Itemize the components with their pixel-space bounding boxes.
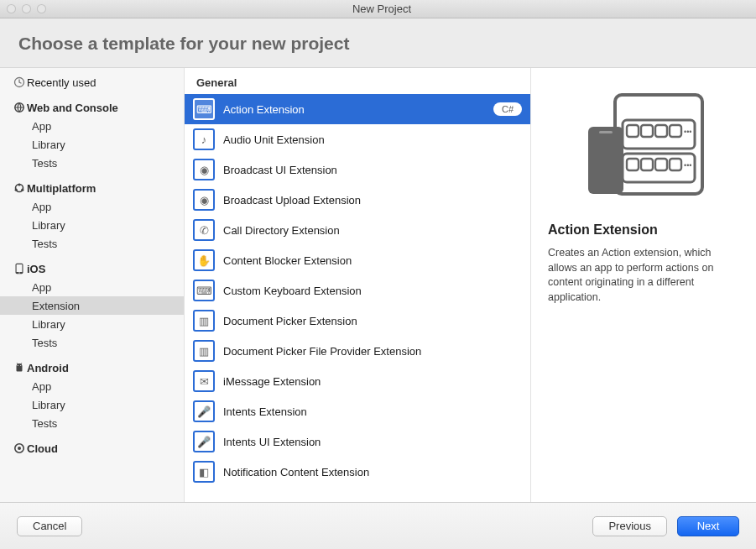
template-list: ⌨Action ExtensionC#♪Audio Unit Extension… (185, 94, 530, 502)
detail-description: Creates an Action extension, which allow… (548, 246, 739, 305)
template-name: Intents Extension (223, 405, 522, 418)
template-name: Custom Keyboard Extension (223, 285, 522, 297)
sidebar-group[interactable]: Web and Console (0, 98, 184, 117)
svg-rect-28 (588, 127, 623, 194)
template-icon: ◉ (193, 189, 215, 211)
svg-point-14 (18, 447, 21, 450)
sidebar-group[interactable]: Android (0, 358, 184, 377)
template-item[interactable]: 🎤Intents Extension (185, 396, 530, 426)
template-name: Intents UI Extension (223, 436, 522, 448)
sidebar-group-label: Multiplatform (27, 182, 96, 195)
action-extension-illustration-icon: ••• ••• (576, 90, 711, 199)
sidebar-group-label: Cloud (27, 442, 58, 455)
svg-rect-21 (670, 125, 681, 137)
detail-title: Action Extension (548, 222, 739, 238)
sidebar-item-label: Tests (32, 337, 57, 349)
sidebar-item-label: Tests (32, 417, 57, 430)
cancel-button[interactable]: Cancel (17, 516, 82, 536)
sidebar-item[interactable]: Tests (0, 414, 184, 432)
template-icon: ▥ (193, 310, 215, 332)
sidebar-item-label: Extension (32, 300, 80, 312)
page-title: Choose a template for your new project (18, 34, 738, 54)
sidebar-item[interactable]: App (0, 377, 184, 395)
svg-text:•••: ••• (684, 161, 691, 170)
template-item[interactable]: ◉Broadcast Upload Extension (185, 185, 530, 215)
detail-preview: ••• ••• (548, 90, 739, 199)
template-item[interactable]: ♪Audio Unit Extension (185, 124, 530, 154)
template-item[interactable]: ⌨Custom Keyboard Extension (185, 275, 530, 306)
sidebar-item[interactable]: Extension (0, 296, 184, 315)
sidebar-item-label: App (32, 380, 51, 393)
sidebar-group[interactable]: Multiplatform (0, 179, 184, 197)
template-name: Broadcast Upload Extension (223, 194, 522, 207)
sidebar-item-label: App (32, 120, 51, 133)
template-item[interactable]: ⌨Action ExtensionC# (185, 94, 530, 124)
sidebar-item[interactable]: Library (0, 315, 184, 333)
window-title: New Project (14, 3, 749, 15)
multiplatform-icon (12, 182, 27, 194)
svg-rect-19 (641, 125, 653, 137)
template-icon: ⌨ (193, 280, 215, 301)
sidebar-recently-used[interactable]: Recently used (0, 73, 184, 92)
template-item[interactable]: ▥Document Picker File Provider Extension (185, 336, 530, 366)
svg-point-4 (15, 189, 18, 191)
sidebar-item[interactable]: Tests (0, 154, 184, 172)
dialog-header: Choose a template for your new project (0, 18, 756, 65)
sidebar-group[interactable]: Cloud (0, 439, 184, 458)
sidebar-item[interactable]: Tests (0, 234, 184, 253)
svg-line-12 (21, 363, 22, 365)
sidebar-item[interactable]: App (0, 197, 184, 216)
sidebar-item[interactable]: Tests (0, 333, 184, 352)
svg-point-8 (18, 272, 19, 273)
cloud-icon (12, 442, 27, 454)
sidebar-group[interactable]: iOS (0, 259, 184, 278)
svg-rect-7 (17, 264, 23, 272)
template-icon: ▥ (193, 340, 215, 362)
template-name: Action Extension (223, 103, 485, 116)
sidebar-item[interactable]: Library (0, 216, 184, 234)
template-name: iMessage Extension (223, 375, 522, 388)
template-item[interactable]: ▥Document Picker Extension (185, 306, 530, 336)
clock-icon (12, 76, 27, 88)
svg-point-10 (20, 365, 21, 366)
template-icon: ✉ (193, 370, 215, 392)
sidebar-item-label: Library (32, 219, 65, 232)
template-item[interactable]: ✆Call Directory Extension (185, 215, 530, 245)
sidebar-item[interactable]: Library (0, 135, 184, 154)
svg-rect-23 (641, 159, 653, 170)
template-item[interactable]: ✋Content Blocker Extension (185, 245, 530, 275)
template-name: Broadcast UI Extension (223, 164, 522, 176)
language-badge: C# (493, 102, 522, 116)
sidebar-group-label: iOS (27, 263, 45, 275)
sidebar-item[interactable]: App (0, 117, 184, 135)
svg-rect-29 (599, 131, 613, 133)
template-name: Call Directory Extension (223, 224, 522, 237)
sidebar: Recently usedWeb and ConsoleAppLibraryTe… (0, 68, 185, 502)
sidebar-item-label: App (32, 281, 51, 294)
svg-point-5 (21, 189, 23, 191)
sidebar-item-label: Recently used (27, 76, 96, 89)
detail-pane: ••• ••• Action Extension Creates an Acti… (531, 68, 756, 502)
template-icon: ◉ (193, 159, 215, 180)
ios-icon (12, 263, 27, 274)
template-item[interactable]: ◧Notification Content Extension (185, 457, 530, 487)
sidebar-item[interactable]: App (0, 278, 184, 296)
template-icon: ✋ (193, 249, 215, 271)
sidebar-item[interactable]: Library (0, 395, 184, 414)
template-name: Notification Content Extension (223, 466, 522, 478)
sidebar-item-label: App (32, 201, 51, 213)
sidebar-group-label: Android (27, 362, 69, 374)
template-icon: 🎤 (193, 400, 215, 422)
svg-rect-24 (655, 159, 667, 170)
svg-rect-22 (627, 159, 639, 170)
template-item[interactable]: 🎤Intents UI Extension (185, 426, 530, 457)
svg-line-11 (17, 363, 18, 365)
next-button[interactable]: Next (677, 516, 739, 536)
sidebar-item-label: Tests (32, 157, 57, 170)
sidebar-item-label: Library (32, 318, 65, 331)
template-item[interactable]: ✉iMessage Extension (185, 366, 530, 396)
template-item[interactable]: ◉Broadcast UI Extension (185, 154, 530, 185)
sidebar-item-label: Library (32, 399, 65, 411)
previous-button[interactable]: Previous (592, 516, 667, 536)
titlebar: New Project (0, 0, 756, 18)
